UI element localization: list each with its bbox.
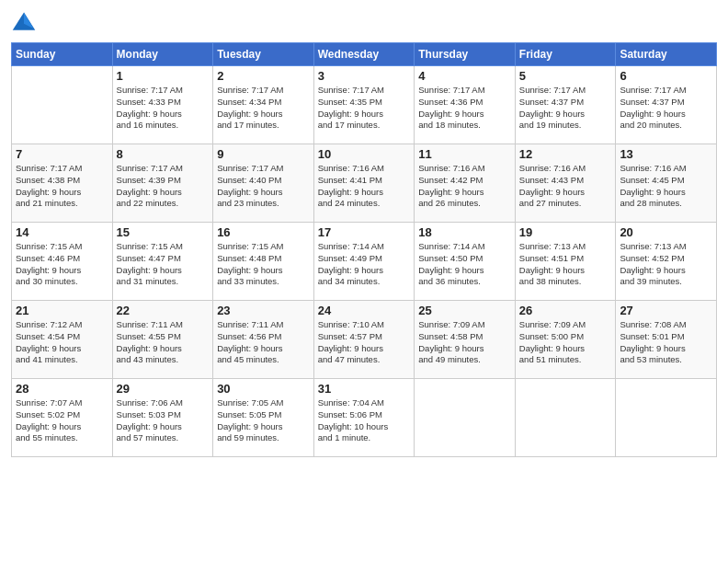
day-info: Sunrise: 7:17 AM Sunset: 4:37 PM Dayligh…: [620, 85, 712, 132]
day-cell: [515, 379, 616, 457]
day-info: Sunrise: 7:13 AM Sunset: 4:52 PM Dayligh…: [620, 241, 712, 288]
day-cell: 4Sunrise: 7:17 AM Sunset: 4:36 PM Daylig…: [415, 66, 516, 144]
day-cell: 18Sunrise: 7:14 AM Sunset: 4:50 PM Dayli…: [415, 223, 516, 301]
day-cell: 24Sunrise: 7:10 AM Sunset: 4:57 PM Dayli…: [313, 301, 415, 379]
day-number: 6: [620, 69, 712, 83]
day-info: Sunrise: 7:06 AM Sunset: 5:03 PM Dayligh…: [117, 397, 210, 444]
day-number: 25: [418, 304, 511, 317]
day-info: Sunrise: 7:13 AM Sunset: 4:51 PM Dayligh…: [519, 241, 612, 288]
day-cell: 2Sunrise: 7:17 AM Sunset: 4:34 PM Daylig…: [213, 66, 314, 144]
day-cell: 29Sunrise: 7:06 AM Sunset: 5:03 PM Dayli…: [112, 379, 213, 457]
day-cell: 20Sunrise: 7:13 AM Sunset: 4:52 PM Dayli…: [616, 223, 717, 301]
day-number: 5: [519, 69, 612, 83]
day-cell: 21Sunrise: 7:12 AM Sunset: 4:54 PM Dayli…: [12, 301, 113, 379]
day-number: 24: [318, 304, 411, 317]
day-info: Sunrise: 7:17 AM Sunset: 4:33 PM Dayligh…: [117, 85, 210, 132]
day-info: Sunrise: 7:04 AM Sunset: 5:06 PM Dayligh…: [318, 397, 411, 444]
weekday-header-friday: Friday: [515, 43, 616, 66]
day-info: Sunrise: 7:09 AM Sunset: 4:58 PM Dayligh…: [418, 319, 511, 366]
day-cell: [12, 66, 113, 144]
day-number: 31: [318, 382, 411, 396]
day-info: Sunrise: 7:16 AM Sunset: 4:45 PM Dayligh…: [620, 163, 712, 210]
logo-icon: [11, 9, 37, 35]
day-number: 2: [217, 69, 310, 83]
day-number: 16: [217, 225, 310, 239]
day-number: 9: [217, 147, 310, 161]
day-number: 12: [519, 147, 612, 161]
weekday-header-saturday: Saturday: [616, 43, 717, 66]
day-number: 15: [117, 225, 210, 239]
weekday-header-wednesday: Wednesday: [313, 43, 415, 66]
day-cell: 15Sunrise: 7:15 AM Sunset: 4:47 PM Dayli…: [112, 223, 213, 301]
day-info: Sunrise: 7:11 AM Sunset: 4:56 PM Dayligh…: [217, 319, 310, 366]
day-number: 29: [117, 382, 210, 396]
day-number: 1: [117, 69, 210, 83]
day-cell: 22Sunrise: 7:11 AM Sunset: 4:55 PM Dayli…: [112, 301, 213, 379]
weekday-header-thursday: Thursday: [415, 43, 516, 66]
day-number: 11: [418, 147, 511, 161]
day-cell: 7Sunrise: 7:17 AM Sunset: 4:38 PM Daylig…: [12, 144, 113, 223]
day-cell: 30Sunrise: 7:05 AM Sunset: 5:05 PM Dayli…: [213, 379, 314, 457]
weekday-header-row: SundayMondayTuesdayWednesdayThursdayFrid…: [12, 43, 717, 66]
day-number: 14: [16, 225, 108, 239]
week-row-4: 21Sunrise: 7:12 AM Sunset: 4:54 PM Dayli…: [12, 301, 717, 379]
day-cell: 17Sunrise: 7:14 AM Sunset: 4:49 PM Dayli…: [313, 223, 415, 301]
day-info: Sunrise: 7:17 AM Sunset: 4:38 PM Dayligh…: [16, 163, 108, 210]
day-info: Sunrise: 7:15 AM Sunset: 4:46 PM Dayligh…: [16, 241, 108, 288]
day-cell: 10Sunrise: 7:16 AM Sunset: 4:41 PM Dayli…: [313, 144, 415, 223]
day-info: Sunrise: 7:17 AM Sunset: 4:35 PM Dayligh…: [318, 85, 411, 132]
day-info: Sunrise: 7:15 AM Sunset: 4:47 PM Dayligh…: [117, 241, 210, 288]
day-info: Sunrise: 7:07 AM Sunset: 5:02 PM Dayligh…: [16, 397, 108, 444]
day-info: Sunrise: 7:11 AM Sunset: 4:55 PM Dayligh…: [117, 319, 210, 366]
day-number: 8: [117, 147, 210, 161]
day-cell: 25Sunrise: 7:09 AM Sunset: 4:58 PM Dayli…: [415, 301, 516, 379]
weekday-header-sunday: Sunday: [12, 43, 113, 66]
page: SundayMondayTuesdayWednesdayThursdayFrid…: [0, 0, 728, 563]
day-cell: 3Sunrise: 7:17 AM Sunset: 4:35 PM Daylig…: [313, 66, 415, 144]
week-row-5: 28Sunrise: 7:07 AM Sunset: 5:02 PM Dayli…: [12, 379, 717, 457]
day-number: 18: [418, 225, 511, 239]
day-cell: 26Sunrise: 7:09 AM Sunset: 5:00 PM Dayli…: [515, 301, 616, 379]
logo: [11, 9, 40, 35]
week-row-3: 14Sunrise: 7:15 AM Sunset: 4:46 PM Dayli…: [12, 223, 717, 301]
day-info: Sunrise: 7:17 AM Sunset: 4:39 PM Dayligh…: [117, 163, 210, 210]
day-number: 27: [620, 304, 712, 317]
day-cell: 5Sunrise: 7:17 AM Sunset: 4:37 PM Daylig…: [515, 66, 616, 144]
day-info: Sunrise: 7:14 AM Sunset: 4:49 PM Dayligh…: [318, 241, 411, 288]
day-number: 19: [519, 225, 612, 239]
day-cell: [415, 379, 516, 457]
weekday-header-tuesday: Tuesday: [213, 43, 314, 66]
day-info: Sunrise: 7:14 AM Sunset: 4:50 PM Dayligh…: [418, 241, 511, 288]
day-number: 21: [16, 304, 108, 317]
day-cell: 1Sunrise: 7:17 AM Sunset: 4:33 PM Daylig…: [112, 66, 213, 144]
day-number: 7: [16, 147, 108, 161]
day-cell: 6Sunrise: 7:17 AM Sunset: 4:37 PM Daylig…: [616, 66, 717, 144]
day-number: 20: [620, 225, 712, 239]
weekday-header-monday: Monday: [112, 43, 213, 66]
day-number: 30: [217, 382, 310, 396]
day-info: Sunrise: 7:08 AM Sunset: 5:01 PM Dayligh…: [620, 319, 712, 366]
day-number: 26: [519, 304, 612, 317]
day-cell: 27Sunrise: 7:08 AM Sunset: 5:01 PM Dayli…: [616, 301, 717, 379]
day-cell: 8Sunrise: 7:17 AM Sunset: 4:39 PM Daylig…: [112, 144, 213, 223]
day-info: Sunrise: 7:15 AM Sunset: 4:48 PM Dayligh…: [217, 241, 310, 288]
day-cell: 13Sunrise: 7:16 AM Sunset: 4:45 PM Dayli…: [616, 144, 717, 223]
day-cell: 11Sunrise: 7:16 AM Sunset: 4:42 PM Dayli…: [415, 144, 516, 223]
day-info: Sunrise: 7:17 AM Sunset: 4:36 PM Dayligh…: [418, 85, 511, 132]
day-cell: 12Sunrise: 7:16 AM Sunset: 4:43 PM Dayli…: [515, 144, 616, 223]
day-cell: 19Sunrise: 7:13 AM Sunset: 4:51 PM Dayli…: [515, 223, 616, 301]
day-number: 4: [418, 69, 511, 83]
day-cell: 14Sunrise: 7:15 AM Sunset: 4:46 PM Dayli…: [12, 223, 113, 301]
day-number: 10: [318, 147, 411, 161]
header: [11, 9, 717, 35]
day-cell: 23Sunrise: 7:11 AM Sunset: 4:56 PM Dayli…: [213, 301, 314, 379]
day-number: 28: [16, 382, 108, 396]
day-info: Sunrise: 7:09 AM Sunset: 5:00 PM Dayligh…: [519, 319, 612, 366]
calendar: SundayMondayTuesdayWednesdayThursdayFrid…: [11, 42, 717, 457]
day-info: Sunrise: 7:17 AM Sunset: 4:40 PM Dayligh…: [217, 163, 310, 210]
day-number: 13: [620, 147, 712, 161]
day-info: Sunrise: 7:17 AM Sunset: 4:37 PM Dayligh…: [519, 85, 612, 132]
day-number: 17: [318, 225, 411, 239]
day-cell: 28Sunrise: 7:07 AM Sunset: 5:02 PM Dayli…: [12, 379, 113, 457]
day-cell: 31Sunrise: 7:04 AM Sunset: 5:06 PM Dayli…: [313, 379, 415, 457]
